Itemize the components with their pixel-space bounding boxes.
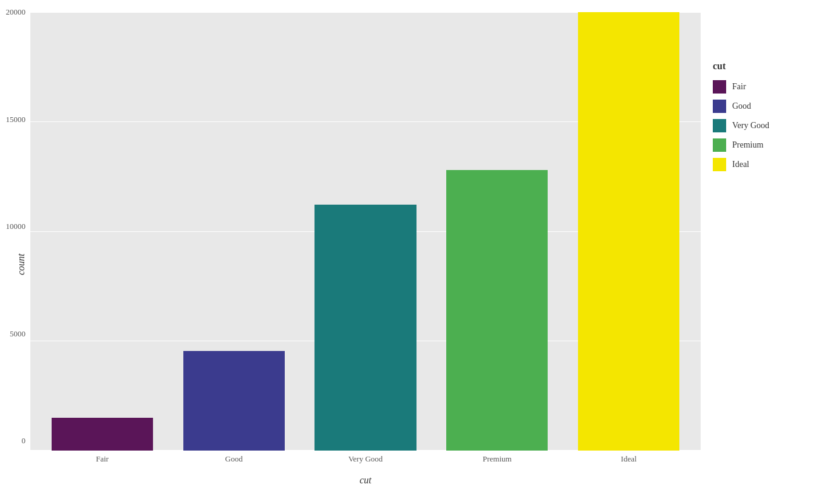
legend-label: Premium xyxy=(732,140,763,150)
x-label-premium: Premium xyxy=(437,454,557,472)
legend-item: Ideal xyxy=(713,158,804,171)
bar-group-good xyxy=(174,12,294,451)
legend-items: FairGoodVery GoodPremiumIdeal xyxy=(713,80,804,177)
bar-very-good[interactable] xyxy=(314,205,416,451)
legend-swatch xyxy=(713,80,726,94)
legend-swatch xyxy=(713,119,726,132)
x-label-very-good: Very Good xyxy=(306,454,426,472)
bar-group-fair xyxy=(42,12,162,451)
y-axis-label: count xyxy=(12,12,30,492)
bar-good[interactable] xyxy=(183,351,285,451)
x-axis-title: cut xyxy=(30,475,701,492)
bar-ideal[interactable] xyxy=(578,12,679,451)
bar-group-very-good xyxy=(306,12,426,451)
legend-swatch xyxy=(713,158,726,171)
bar-group-premium xyxy=(437,12,557,451)
legend-title: cut xyxy=(713,61,804,72)
legend-item: Good xyxy=(713,100,804,113)
plot-region-wrapper: count 20000150001000050000 FairGoodVery … xyxy=(12,12,701,492)
chart-container: count 20000150001000050000 FairGoodVery … xyxy=(0,0,816,504)
legend: cut FairGoodVery GoodPremiumIdeal xyxy=(701,12,810,189)
legend-item: Very Good xyxy=(713,119,804,132)
legend-label: Ideal xyxy=(732,160,749,169)
bar-fair[interactable] xyxy=(52,418,153,451)
bars-container xyxy=(30,12,701,451)
plot-and-xaxis: 20000150001000050000 FairGoodVery GoodPr… xyxy=(30,12,701,492)
x-label-fair: Fair xyxy=(42,454,162,472)
chart-area: count 20000150001000050000 FairGoodVery … xyxy=(12,12,701,492)
legend-label: Good xyxy=(732,101,751,111)
plot-region: 20000150001000050000 xyxy=(30,12,701,451)
x-axis-labels: FairGoodVery GoodPremiumIdeal xyxy=(30,454,701,472)
legend-label: Fair xyxy=(732,82,746,92)
legend-label: Very Good xyxy=(732,121,769,131)
x-label-good: Good xyxy=(174,454,294,472)
legend-swatch xyxy=(713,138,726,152)
bar-group-ideal xyxy=(569,12,688,451)
x-label-ideal: Ideal xyxy=(569,454,688,472)
legend-item: Premium xyxy=(713,138,804,152)
legend-swatch xyxy=(713,100,726,113)
legend-item: Fair xyxy=(713,80,804,94)
bar-premium[interactable] xyxy=(446,170,548,451)
